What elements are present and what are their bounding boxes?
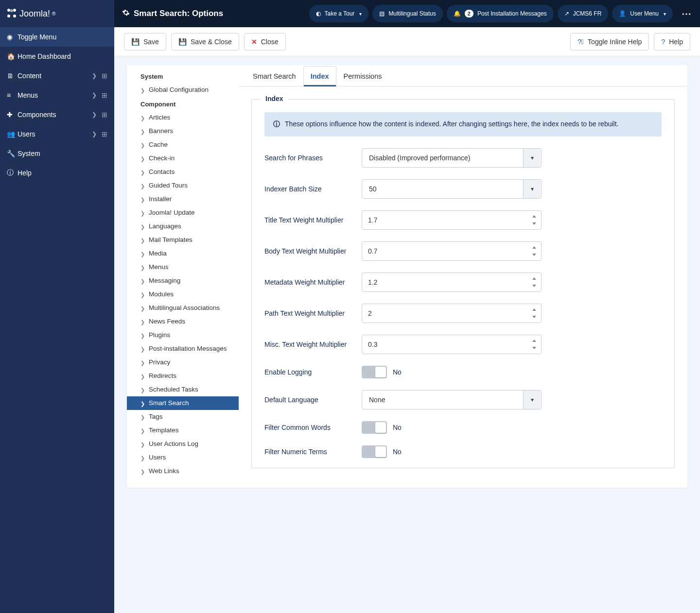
- brand-logo[interactable]: Joomla! ®: [6, 7, 55, 20]
- chevron-right-icon: ❯: [140, 250, 145, 258]
- tree-item-users[interactable]: ❯Users: [127, 451, 239, 464]
- postinstall-pill[interactable]: 🔔 2 Post Installation Messages: [447, 5, 554, 22]
- lang-pill[interactable]: ↗ JCMS6 FR: [558, 5, 609, 22]
- tree-item-modules[interactable]: ❯Modules: [127, 288, 239, 301]
- dashboard-icon[interactable]: ⊞: [100, 110, 109, 119]
- save-icon: 💾: [178, 38, 187, 46]
- tree-item-news-feeds[interactable]: ❯News Feeds: [127, 315, 239, 328]
- spinner-icon[interactable]: [531, 308, 538, 318]
- tree-item-contacts[interactable]: ❯Contacts: [127, 165, 239, 179]
- chevron-right-icon: ❯: [92, 92, 97, 99]
- save-close-button[interactable]: 💾 Save & Close: [171, 33, 239, 51]
- lang-icon: ▤: [379, 10, 385, 17]
- tree-item-redirects[interactable]: ❯Redirects: [127, 369, 239, 383]
- tree-item-messaging[interactable]: ❯Messaging: [127, 274, 239, 288]
- tree-item-global-configuration[interactable]: ❯Global Configuration: [127, 83, 239, 97]
- path-weight-input[interactable]: 2: [362, 304, 542, 323]
- bell-icon: 🔔: [454, 10, 461, 17]
- chevron-right-icon: ❯: [140, 386, 145, 394]
- page-title-area: Smart Search: Options: [114, 9, 223, 18]
- help-button[interactable]: ? Help: [654, 33, 690, 51]
- tree-item-menus[interactable]: ❯Menus: [127, 260, 239, 274]
- tree-item-user-actions-log[interactable]: ❯User Actions Log: [127, 437, 239, 451]
- chevron-right-icon: ❯: [92, 72, 97, 79]
- field-row-default-lang: Default LanguageNone▾: [264, 390, 662, 409]
- tree-item-check-in[interactable]: ❯Check-in: [127, 152, 239, 165]
- dashboard-icon[interactable]: ⊞: [100, 129, 109, 139]
- search-phrases-select[interactable]: Disabled (Improved performance)▾: [362, 148, 542, 168]
- spinner-icon[interactable]: [531, 277, 538, 287]
- take-tour-pill[interactable]: ◐ Take a Tour ▾: [309, 5, 369, 22]
- tree-item-mail-templates[interactable]: ❯Mail Templates: [127, 233, 239, 247]
- chevron-right-icon: ❯: [92, 111, 97, 118]
- tree-item-web-links[interactable]: ❯Web Links: [127, 464, 239, 478]
- tree-item-post-installation-messages[interactable]: ❯Post-installation Messages: [127, 342, 239, 356]
- sidebar-item-home-dashboard[interactable]: 🏠Home Dashboard: [0, 47, 114, 66]
- sidebar-item-help[interactable]: ⓘHelp: [0, 163, 114, 183]
- field-row-misc-weight: Misc. Text Weight Multiplier0.3: [264, 335, 662, 354]
- tree-item-languages[interactable]: ❯Languages: [127, 220, 239, 233]
- misc-weight-input[interactable]: 0.3: [362, 335, 542, 354]
- chevron-right-icon: ❯: [140, 196, 145, 204]
- multilingual-pill[interactable]: ▤ Multilingual Status: [372, 5, 442, 22]
- tree-item-articles[interactable]: ❯Articles: [127, 111, 239, 124]
- tree-item-joomla-update[interactable]: ❯Joomla! Update: [127, 206, 239, 220]
- tree-item-installer[interactable]: ❯Installer: [127, 192, 239, 206]
- users-icon: 👥: [7, 130, 18, 138]
- tree-item-smart-search[interactable]: ❯Smart Search: [127, 396, 239, 410]
- chevron-right-icon: ❯: [140, 413, 145, 421]
- chevron-right-icon: ❯: [140, 468, 145, 476]
- list-icon: ≡: [7, 91, 18, 99]
- filter-numeric-switch[interactable]: [362, 445, 387, 458]
- chevron-right-icon: ❯: [140, 86, 145, 94]
- body-weight-input[interactable]: 0.7: [362, 241, 542, 261]
- field-row-body-weight: Body Text Weight Multiplier0.7: [264, 241, 662, 261]
- options-card: System ❯Global Configuration Component ❯…: [127, 65, 687, 488]
- tree-item-privacy[interactable]: ❯Privacy: [127, 356, 239, 369]
- home-icon: 🏠: [7, 52, 18, 60]
- filter-common-switch[interactable]: [362, 421, 387, 434]
- meta-weight-input[interactable]: 1.2: [362, 272, 542, 292]
- batch-size-select[interactable]: 50▾: [362, 179, 542, 199]
- save-button[interactable]: 💾 Save: [124, 33, 166, 51]
- chevron-down-icon: ▾: [523, 180, 541, 198]
- default-lang-select[interactable]: None▾: [362, 390, 542, 409]
- chevron-right-icon: ❯: [140, 223, 145, 231]
- tree-item-guided-tours[interactable]: ❯Guided Tours: [127, 179, 239, 192]
- spinner-icon[interactable]: [531, 246, 538, 256]
- tree-item-media[interactable]: ❯Media: [127, 247, 239, 260]
- title-weight-input[interactable]: 1.7: [362, 210, 542, 230]
- tree-item-tags[interactable]: ❯Tags: [127, 410, 239, 424]
- close-button[interactable]: ✕ Close: [244, 33, 286, 51]
- sidebar-item-components[interactable]: ✚Components❯⊞: [0, 105, 114, 124]
- chevron-right-icon: ❯: [140, 114, 145, 122]
- chevron-right-icon: ❯: [140, 454, 145, 462]
- tab-smart-search[interactable]: Smart Search: [245, 66, 303, 86]
- toggle-menu[interactable]: ◉ Toggle Menu: [0, 27, 114, 47]
- tree-item-cache[interactable]: ❯Cache: [127, 138, 239, 152]
- tab-index[interactable]: Index: [303, 66, 336, 86]
- tree-item-scheduled-tasks[interactable]: ❯Scheduled Tasks: [127, 383, 239, 396]
- field-label: Enable Logging: [264, 368, 362, 376]
- save-icon: 💾: [131, 38, 140, 46]
- spinner-icon[interactable]: [531, 340, 538, 349]
- field-label: Metadata Weight Multiplier: [264, 278, 362, 286]
- sidebar-item-content[interactable]: 🗎Content❯⊞: [0, 66, 114, 85]
- svg-point-2: [7, 15, 10, 17]
- more-button[interactable]: ⋯: [677, 8, 696, 19]
- dashboard-icon[interactable]: ⊞: [100, 71, 109, 81]
- tree-item-templates[interactable]: ❯Templates: [127, 424, 239, 437]
- tree-item-banners[interactable]: ❯Banners: [127, 124, 239, 138]
- inline-help-button[interactable]: ?⃝ Toggle Inline Help: [570, 33, 649, 51]
- user-menu-pill[interactable]: 👤 User Menu ▾: [612, 5, 673, 22]
- tab-permissions[interactable]: Permissions: [336, 66, 389, 86]
- dashboard-icon[interactable]: ⊞: [100, 90, 109, 100]
- spinner-icon[interactable]: [531, 215, 538, 225]
- sidebar-item-menus[interactable]: ≡Menus❯⊞: [0, 85, 114, 105]
- component-tree: System ❯Global Configuration Component ❯…: [127, 65, 239, 488]
- sidebar-item-system[interactable]: 🔧System: [0, 144, 114, 163]
- tree-item-plugins[interactable]: ❯Plugins: [127, 328, 239, 342]
- sidebar-item-users[interactable]: 👥Users❯⊞: [0, 124, 114, 144]
- tree-item-multilingual-associations[interactable]: ❯Multilingual Associations: [127, 301, 239, 315]
- logging-switch[interactable]: [362, 366, 387, 378]
